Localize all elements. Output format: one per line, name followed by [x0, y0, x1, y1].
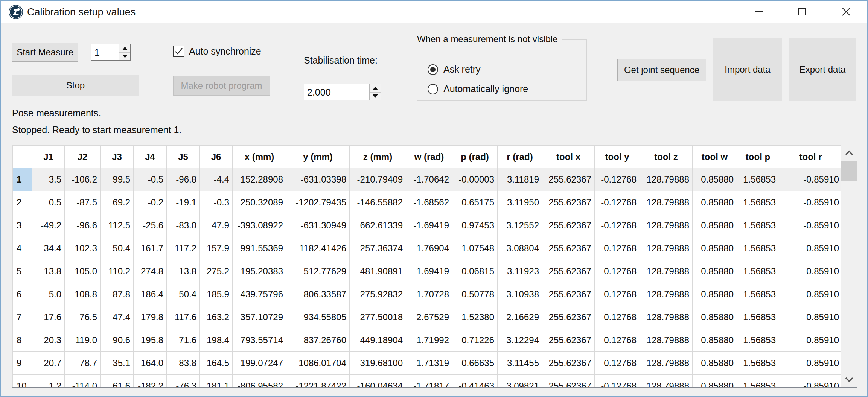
table-cell[interactable]: -0.85910 [779, 260, 842, 283]
table-cell[interactable]: -4.4 [200, 168, 233, 191]
table-cell[interactable]: 128.79888 [640, 352, 693, 375]
table-cell[interactable]: -2.67529 [406, 306, 452, 329]
table-cell[interactable]: 181.1 [200, 375, 233, 388]
make-robot-program-button[interactable]: Make robot program [173, 76, 270, 96]
table-cell[interactable]: 128.79888 [640, 306, 693, 329]
column-header[interactable]: tool y [595, 146, 640, 168]
table-row[interactable]: 13.5-106.299.5-0.5-96.8-4.4152.28908-631… [13, 168, 842, 191]
table-row[interactable]: 820.3-119.090.6-195.8-71.6198.4-793.5571… [13, 329, 842, 352]
table-cell[interactable]: -0.12768 [595, 237, 640, 260]
table-cell[interactable]: 0.85880 [693, 352, 737, 375]
table-cell[interactable]: 61.6 [101, 375, 134, 388]
table-cell[interactable]: 319.68100 [350, 352, 406, 375]
table-cell[interactable]: -117.2 [167, 237, 200, 260]
table-cell[interactable]: -0.12768 [595, 306, 640, 329]
table-cell[interactable]: 47.4 [101, 306, 134, 329]
table-cell[interactable]: 255.62367 [542, 306, 595, 329]
scroll-down-button[interactable] [841, 371, 857, 387]
table-cell[interactable]: 1.56853 [737, 329, 779, 352]
table-cell[interactable]: 128.79888 [640, 237, 693, 260]
table-cell[interactable]: -0.85910 [779, 214, 842, 237]
table-cell[interactable]: -0.85910 [779, 329, 842, 352]
column-header[interactable]: tool z [640, 146, 693, 168]
table-cell[interactable]: -0.12768 [595, 214, 640, 237]
row-number[interactable]: 9 [13, 352, 32, 375]
table-cell[interactable]: -631.30949 [286, 214, 350, 237]
table-cell[interactable]: 257.36374 [350, 237, 406, 260]
table-cell[interactable]: -1.68562 [406, 191, 452, 214]
measure-number-value[interactable]: 1 [91, 44, 119, 60]
table-cell[interactable]: -19.1 [167, 191, 200, 214]
table-cell[interactable]: -0.50778 [452, 283, 498, 306]
table-cell[interactable]: -78.7 [65, 352, 101, 375]
table-cell[interactable]: 0.5 [32, 191, 65, 214]
table-cell[interactable]: -1.71992 [406, 329, 452, 352]
table-row[interactable]: 7-17.6-76.547.4-179.8-117.6163.2-357.107… [13, 306, 842, 329]
table-cell[interactable]: -108.8 [65, 283, 101, 306]
table-cell[interactable]: 99.5 [101, 168, 134, 191]
table-row[interactable]: 65.0-108.887.8-186.4-50.4185.9-439.75796… [13, 283, 842, 306]
table-cell[interactable]: -439.75796 [233, 283, 286, 306]
table-cell[interactable]: 255.62367 [542, 329, 595, 352]
column-header[interactable]: J5 [167, 146, 200, 168]
table-cell[interactable]: -34.4 [32, 237, 65, 260]
table-row[interactable]: 20.5-87.569.2-0.2-19.1-0.3250.32089-1202… [13, 191, 842, 214]
table-cell[interactable]: 128.79888 [640, 375, 693, 388]
table-cell[interactable]: 3.12552 [498, 214, 542, 237]
table-cell[interactable]: -275.92832 [350, 283, 406, 306]
table-cell[interactable]: -0.71226 [452, 329, 498, 352]
table-cell[interactable]: 0.65175 [452, 191, 498, 214]
auto-synchronize-checkbox[interactable] [173, 46, 184, 57]
table-cell[interactable]: -0.85910 [779, 352, 842, 375]
table-cell[interactable]: 0.85880 [693, 168, 737, 191]
table-cell[interactable]: 0.85880 [693, 191, 737, 214]
table-cell[interactable]: -0.3 [200, 191, 233, 214]
column-header[interactable]: J6 [200, 146, 233, 168]
table-cell[interactable]: 20.3 [32, 329, 65, 352]
table-cell[interactable]: 3.09821 [498, 375, 542, 388]
table-cell[interactable]: -837.26760 [286, 329, 350, 352]
stabilisation-time-spinbox[interactable]: 2.000 [304, 84, 381, 100]
table-cell[interactable]: 50.4 [101, 237, 134, 260]
table-cell[interactable]: 1.56853 [737, 283, 779, 306]
automatically-ignore-radio-row[interactable]: Automatically ignore [428, 84, 528, 94]
maximize-button[interactable] [789, 1, 815, 23]
column-header[interactable]: tool r [779, 146, 842, 168]
vertical-scrollbar[interactable] [841, 145, 857, 387]
table-cell[interactable]: -1.70642 [406, 168, 452, 191]
table-cell[interactable]: -0.12768 [595, 168, 640, 191]
table-cell[interactable]: 128.79888 [640, 214, 693, 237]
table-cell[interactable]: -0.2 [134, 191, 167, 214]
table-cell[interactable]: -0.41463 [452, 375, 498, 388]
table-cell[interactable]: -0.12768 [595, 329, 640, 352]
column-header[interactable]: J2 [65, 146, 101, 168]
table-cell[interactable]: 47.9 [200, 214, 233, 237]
table-cell[interactable]: -20.7 [32, 352, 65, 375]
column-header[interactable]: J4 [134, 146, 167, 168]
table-cell[interactable]: -1.07548 [452, 237, 498, 260]
table-row[interactable]: 3-49.2-96.6112.5-25.6-83.047.9-393.08922… [13, 214, 842, 237]
table-cell[interactable]: -0.12768 [595, 375, 640, 388]
table-cell[interactable]: -76.5 [65, 306, 101, 329]
table-cell[interactable]: 128.79888 [640, 260, 693, 283]
table-cell[interactable]: -114.0 [65, 375, 101, 388]
table-cell[interactable]: 13.8 [32, 260, 65, 283]
scrollbar-thumb[interactable] [841, 161, 857, 181]
table-cell[interactable]: -119.0 [65, 329, 101, 352]
table-cell[interactable]: -49.2 [32, 214, 65, 237]
stop-button[interactable]: Stop [12, 75, 139, 96]
table-cell[interactable]: -1.71319 [406, 352, 452, 375]
table-cell[interactable]: -17.6 [32, 306, 65, 329]
table-cell[interactable]: 255.62367 [542, 168, 595, 191]
table-cell[interactable]: -0.00003 [452, 168, 498, 191]
table-cell[interactable]: 163.2 [200, 306, 233, 329]
table-cell[interactable]: 3.12294 [498, 329, 542, 352]
table-cell[interactable]: -71.6 [167, 329, 200, 352]
table-cell[interactable]: 87.8 [101, 283, 134, 306]
column-header[interactable]: w (rad) [406, 146, 452, 168]
column-header[interactable]: tool x [542, 146, 595, 168]
scroll-up-button[interactable] [841, 145, 857, 161]
table-cell[interactable]: -186.4 [134, 283, 167, 306]
table-cell[interactable]: 2.16629 [498, 306, 542, 329]
table-cell[interactable]: -0.66635 [452, 352, 498, 375]
